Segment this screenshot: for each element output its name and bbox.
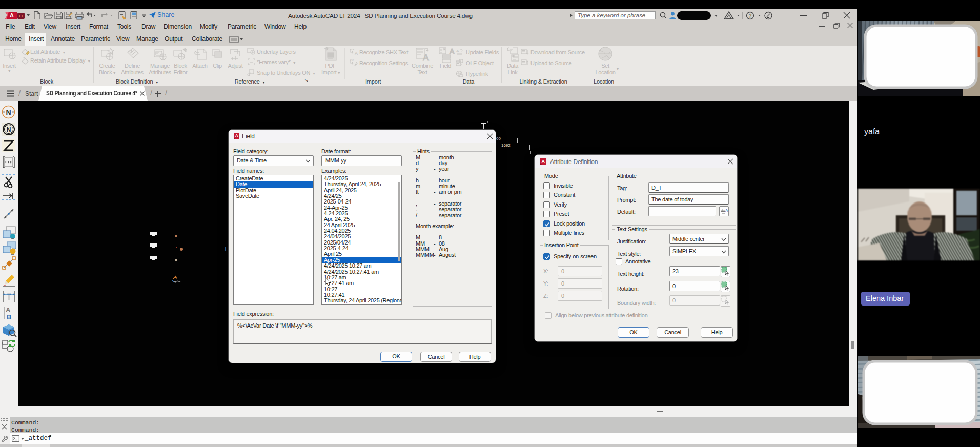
- svg-text:B: B: [7, 313, 11, 320]
- svg-text:A: A: [450, 47, 455, 55]
- svg-text:A: A: [10, 12, 14, 18]
- svg-text:A: A: [355, 51, 358, 56]
- svg-text:A: A: [6, 306, 11, 314]
- svg-text:A: A: [235, 133, 238, 138]
- svg-text:N: N: [7, 126, 11, 133]
- svg-text:A: A: [541, 159, 545, 164]
- svg-text:A: A: [456, 49, 459, 53]
- svg-text:LT: LT: [19, 14, 24, 18]
- svg-text:PDF: PDF: [350, 59, 355, 62]
- svg-text:N: N: [6, 108, 11, 116]
- svg-text:A: A: [725, 208, 728, 213]
- svg-text:A: A: [423, 53, 429, 63]
- svg-text:PDF: PDF: [350, 48, 355, 51]
- svg-text:?: ?: [749, 13, 752, 19]
